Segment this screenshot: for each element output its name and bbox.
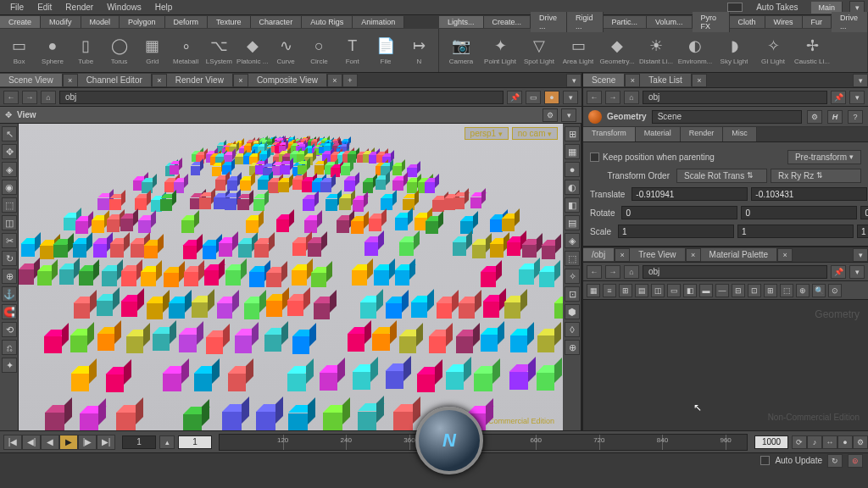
- tool-left-7[interactable]: ↻: [2, 251, 17, 266]
- shelf-item-box[interactable]: ▭Box: [3, 30, 35, 70]
- shelf-tab-texture[interactable]: Texture: [208, 16, 251, 28]
- gear-icon[interactable]: ⚙: [807, 110, 822, 124]
- left-path-input[interactable]: [59, 91, 504, 104]
- pane-tab-takelist[interactable]: Take List: [640, 74, 691, 86]
- keep-position-checkbox[interactable]: [590, 152, 599, 162]
- shelf-tab-rcreate[interactable]: Create...: [484, 16, 531, 28]
- param-translate-0[interactable]: [632, 187, 748, 201]
- param-scale-2[interactable]: [857, 225, 868, 238]
- shelf-item-tube[interactable]: ▯Tube: [70, 30, 102, 70]
- shelf-tab-autorigs[interactable]: Auto Rigs: [302, 16, 353, 28]
- tool-left-11[interactable]: ⟲: [2, 322, 17, 337]
- shelf-item-environm[interactable]: ◐Environm...: [676, 30, 714, 70]
- options-icon[interactable]: ▾: [849, 91, 865, 104]
- network-path-input[interactable]: [643, 265, 827, 279]
- tool-left-3[interactable]: ◉: [2, 180, 17, 195]
- menu-edit[interactable]: Edit: [31, 1, 58, 14]
- param-translate-1[interactable]: [751, 187, 867, 201]
- shelf-item-font[interactable]: TFont: [337, 30, 368, 70]
- shelf-item-distantli[interactable]: ☀Distant Li...: [637, 30, 675, 70]
- forward-icon[interactable]: →: [22, 91, 37, 104]
- back-icon[interactable]: ←: [3, 91, 19, 104]
- render-icon[interactable]: ●: [544, 91, 559, 104]
- info-icon[interactable]: ?: [848, 110, 863, 124]
- network-tool-13[interactable]: ⊕: [796, 284, 810, 297]
- param-tab-render[interactable]: Render: [681, 127, 724, 141]
- shelf-item-platonic[interactable]: ◆Platonic ...: [236, 30, 268, 70]
- options-icon[interactable]: ▾: [563, 91, 578, 104]
- tool-right-4[interactable]: ◧: [565, 197, 580, 213]
- menu-windows[interactable]: Windows: [100, 1, 148, 14]
- viewport[interactable]: persp1 ▾ no cam ▾ Non-Commercial Edition: [19, 124, 563, 430]
- shelf-tab-model[interactable]: Model: [81, 16, 120, 28]
- shelf-tab-create[interactable]: Create: [0, 16, 41, 28]
- network-tool-7[interactable]: ▬: [699, 284, 713, 297]
- brain-icon[interactable]: ⊚: [848, 454, 863, 468]
- shelf-item-lsystem[interactable]: ⌥LSystem: [203, 30, 235, 70]
- network-tab-obj[interactable]: /obj: [583, 248, 615, 261]
- viewport-camera-label[interactable]: persp1 ▾: [465, 127, 509, 140]
- network-tool-1[interactable]: ≡: [603, 284, 616, 297]
- pane-tab-sceneview[interactable]: Scene View: [0, 74, 63, 86]
- network-tool-10[interactable]: ⊡: [748, 284, 761, 297]
- pane-menu-icon[interactable]: ▾: [853, 74, 868, 87]
- tool-left-1[interactable]: ✥: [2, 144, 17, 159]
- shelf-item-causticli[interactable]: ✢Caustic Li...: [793, 30, 831, 70]
- close-tab-icon[interactable]: ×: [152, 74, 167, 87]
- close-tab-icon[interactable]: ×: [777, 248, 793, 262]
- param-rotate-1[interactable]: [741, 206, 857, 219]
- update-icon[interactable]: ↻: [827, 454, 843, 468]
- play-back-button[interactable]: ◀: [41, 435, 59, 450]
- pane-menu-icon[interactable]: ▾: [566, 74, 581, 87]
- shelf-item-torus[interactable]: ◯Torus: [103, 30, 135, 70]
- network-view[interactable]: Geometry Non-Commercial Edition ↖: [583, 300, 868, 430]
- step-back-button[interactable]: ◀|: [22, 435, 41, 450]
- timeline-ruler[interactable]: 120240360480600720840960: [219, 434, 748, 451]
- network-tool-15[interactable]: ⊙: [828, 284, 842, 297]
- pane-tab-scene[interactable]: Scene: [583, 74, 625, 86]
- display-icon[interactable]: ▭: [526, 91, 541, 104]
- pane-tab-channel[interactable]: Channel Editor: [78, 74, 152, 86]
- shelf-item-n[interactable]: ↦N: [403, 30, 435, 70]
- shelf-item-circle[interactable]: ○Circle: [303, 30, 335, 70]
- param-tab-transform[interactable]: Transform: [583, 127, 636, 141]
- tool-right-11[interactable]: ◊: [565, 322, 580, 337]
- shelf-tab-lights[interactable]: Lights...: [439, 16, 484, 28]
- right-path-input[interactable]: [643, 91, 827, 104]
- tool-left-5[interactable]: ◫: [2, 215, 17, 230]
- tool-left-0[interactable]: ↖: [2, 126, 17, 141]
- forward-icon[interactable]: →: [605, 265, 620, 279]
- param-rotate-0[interactable]: [621, 206, 737, 219]
- network-icon[interactable]: ⌂: [41, 91, 56, 104]
- network-tab-tree[interactable]: Tree View: [630, 248, 685, 261]
- tool-right-8[interactable]: ✧: [565, 269, 580, 284]
- network-tool-14[interactable]: 🔍: [812, 284, 826, 297]
- shelf-tab-cloth[interactable]: Cloth: [730, 16, 765, 28]
- tool-left-12[interactable]: ⎌: [2, 340, 17, 355]
- network-tool-9[interactable]: ⊟: [732, 284, 745, 297]
- menu-help[interactable]: Help: [148, 1, 180, 14]
- pin-icon[interactable]: 📌: [831, 265, 846, 279]
- back-icon[interactable]: ←: [587, 265, 602, 279]
- network-tool-8[interactable]: —: [715, 284, 729, 297]
- tool-left-13[interactable]: ✦: [2, 358, 17, 373]
- shelf-item-arealight[interactable]: ▭Area Light: [559, 30, 597, 70]
- tool-right-9[interactable]: ⊡: [565, 286, 580, 302]
- shelf-item-gilight[interactable]: ✧GI Light: [754, 30, 792, 70]
- pin-icon[interactable]: 📌: [831, 91, 846, 104]
- tool-left-4[interactable]: ⬚: [2, 197, 17, 213]
- step-fwd-button[interactable]: |▶: [78, 435, 97, 450]
- close-tab-icon[interactable]: ×: [233, 74, 248, 87]
- shelf-item-geometry[interactable]: ◆Geometry...: [598, 30, 636, 70]
- help-h-icon[interactable]: H: [827, 110, 843, 124]
- settings-icon[interactable]: ⚙: [853, 435, 868, 449]
- tool-right-6[interactable]: ◈: [565, 233, 580, 248]
- goto-end-button[interactable]: ▶|: [97, 435, 115, 450]
- close-tab-icon[interactable]: ×: [625, 74, 640, 87]
- options-icon[interactable]: ▾: [849, 265, 865, 279]
- network-tool-2[interactable]: ⊞: [619, 284, 632, 297]
- tool-right-2[interactable]: ●: [565, 162, 580, 177]
- pane-tab-renderview[interactable]: Render View: [167, 74, 233, 86]
- audio-icon[interactable]: ♪: [807, 435, 822, 449]
- shelf-tab-wires[interactable]: Wires: [765, 16, 803, 28]
